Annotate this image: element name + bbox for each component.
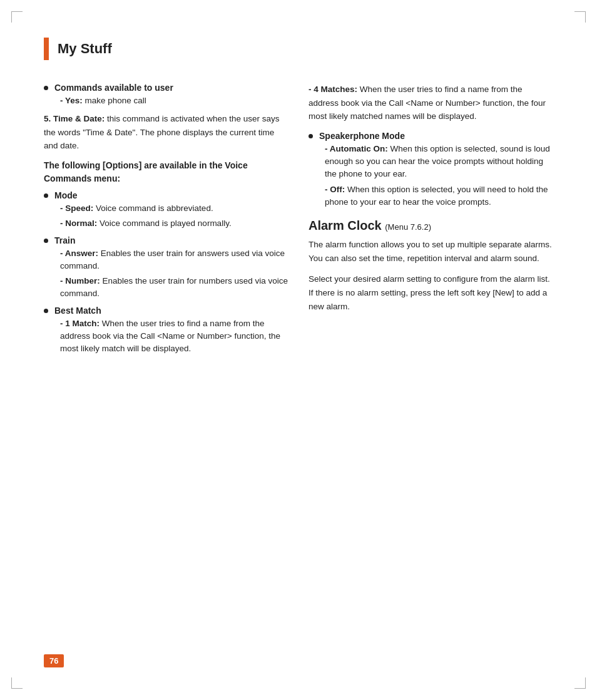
bullet-dot-train bbox=[44, 239, 48, 243]
alarm-clock-heading: Alarm Clock (Menu 7.6.2) bbox=[309, 219, 553, 233]
corner-mark-bl bbox=[11, 677, 23, 689]
four-matches-item: - 4 Matches: When the user tries to find… bbox=[309, 83, 553, 123]
page-title: My Stuff bbox=[58, 41, 112, 57]
yes-label: - Yes: bbox=[60, 96, 83, 105]
speed-text: Voice command is abbreviated. bbox=[96, 203, 213, 213]
corner-mark-tr bbox=[574, 11, 586, 23]
speakerphone-group: Speakerphone Mode - Automatic On: When t… bbox=[309, 131, 553, 208]
bullet-dot-mode bbox=[44, 193, 48, 198]
mode-label: Mode bbox=[54, 190, 78, 200]
time-date-label: Time & Date: bbox=[53, 114, 105, 123]
commands-label: Commands available to user bbox=[54, 83, 173, 93]
yes-text: make phone call bbox=[85, 96, 146, 105]
corner-mark-br bbox=[574, 677, 586, 689]
bullet-dot-best-match bbox=[44, 309, 48, 313]
answer-label: - Answer: bbox=[60, 249, 98, 258]
one-match-sub-item: - 1 Match: When the user tries to find a… bbox=[60, 317, 288, 356]
alarm-clock-menu-ref: (Menu 7.6.2) bbox=[385, 222, 431, 232]
best-match-bullet: Best Match bbox=[44, 306, 288, 316]
mode-bullet: Mode bbox=[44, 190, 288, 200]
best-match-label: Best Match bbox=[54, 306, 101, 316]
time-date-number: 5. bbox=[44, 114, 51, 123]
number-sub-item: - Number: Enables the user train for num… bbox=[60, 275, 288, 301]
train-group: Train - Answer: Enables the user train f… bbox=[44, 235, 288, 301]
alarm-clock-para2: Select your desired alarm setting to con… bbox=[309, 272, 553, 314]
page-number: 76 bbox=[44, 654, 64, 667]
content-columns: Commands available to user - Yes: make p… bbox=[44, 83, 553, 360]
off-label: - Off: bbox=[325, 185, 345, 194]
mode-group: Mode - Speed: Voice command is abbreviat… bbox=[44, 190, 288, 230]
corner-mark-tl bbox=[11, 11, 23, 23]
bullet-dot-speakerphone bbox=[309, 134, 313, 138]
auto-on-label: - Automatic On: bbox=[325, 144, 388, 153]
commands-group: Commands available to user - Yes: make p… bbox=[44, 83, 288, 107]
four-matches-label: - 4 Matches: bbox=[309, 85, 357, 94]
left-column: Commands available to user - Yes: make p… bbox=[44, 83, 288, 360]
page-header: My Stuff bbox=[44, 38, 553, 60]
page-container: My Stuff Commands available to user - Ye… bbox=[0, 0, 597, 700]
best-match-group: Best Match - 1 Match: When the user trie… bbox=[44, 306, 288, 356]
header-accent-bar bbox=[44, 38, 49, 60]
normal-sub-item: - Normal: Voice command is played normal… bbox=[60, 217, 288, 230]
number-label: - Number: bbox=[60, 276, 100, 286]
yes-sub-item: - Yes: make phone call bbox=[60, 95, 288, 107]
bullet-dot bbox=[44, 86, 48, 90]
time-date-item: 5. Time & Date: this command is activate… bbox=[44, 112, 288, 153]
alarm-clock-title: Alarm Clock bbox=[309, 219, 382, 232]
train-label: Train bbox=[54, 235, 75, 245]
speakerphone-label: Speakerphone Mode bbox=[319, 131, 405, 141]
alarm-clock-para1: The alarm function allows you to set up … bbox=[309, 238, 553, 266]
off-sub-item: - Off: When this option is selected, you… bbox=[325, 183, 553, 209]
one-match-label: - 1 Match: bbox=[60, 319, 100, 328]
off-text: When this option is selected, you will n… bbox=[325, 185, 548, 207]
normal-text: Voice command is played normally. bbox=[100, 219, 232, 228]
speed-label: - Speed: bbox=[60, 203, 93, 213]
speed-sub-item: - Speed: Voice command is abbreviated. bbox=[60, 202, 288, 215]
answer-sub-item: - Answer: Enables the user train for ans… bbox=[60, 247, 288, 273]
normal-label: - Normal: bbox=[60, 219, 97, 228]
section-heading: The following [Options] are available in… bbox=[44, 159, 288, 185]
speakerphone-bullet: Speakerphone Mode bbox=[309, 131, 553, 141]
commands-bullet: Commands available to user bbox=[44, 83, 288, 93]
auto-on-sub-item: - Automatic On: When this option is sele… bbox=[325, 143, 553, 181]
train-bullet: Train bbox=[44, 235, 288, 245]
right-column: - 4 Matches: When the user tries to find… bbox=[309, 83, 553, 360]
